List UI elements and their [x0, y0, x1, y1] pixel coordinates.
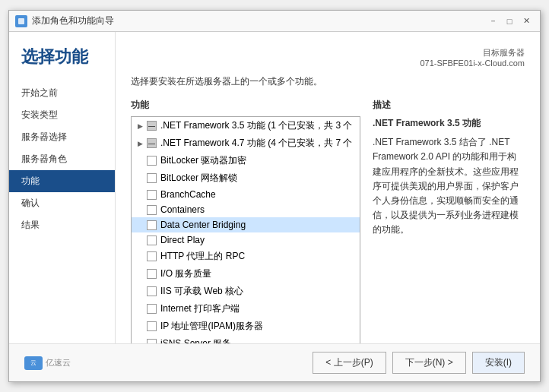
feature-item-12[interactable]: IP 地址管理(IPAM)服务器	[132, 318, 360, 335]
description-box: .NET Framework 3.5 功能 .NET Framework 3.5…	[373, 116, 525, 238]
feature-item-4[interactable]: BranchCache	[132, 187, 360, 202]
feature-label-5: Containers	[160, 204, 205, 215]
feature-label-6: Data Center Bridging	[160, 220, 246, 230]
feature-label-0: .NET Framework 3.5 功能 (1 个已安装，共 3 个	[160, 119, 353, 132]
content-area: 选择功能 开始之前安装类型服务器选择服务器角色功能确认结果 目标服务器 071-…	[9, 32, 540, 343]
spacer-9	[135, 269, 145, 280]
app-icon	[15, 15, 27, 27]
checkbox-10[interactable]	[147, 286, 157, 296]
features-column: 功能 ▶—.NET Framework 3.5 功能 (1 个已安装，共 3 个…	[131, 99, 360, 343]
description-text: .NET Framework 3.5 结合了 .NET Framework 2.…	[373, 135, 525, 237]
spacer-7	[135, 235, 145, 245]
checkbox-2[interactable]	[147, 156, 157, 166]
feature-item-8[interactable]: HTTP 代理上的 RPC	[132, 248, 360, 265]
feature-label-9: I/O 服务质量	[160, 267, 211, 280]
sidebar-item-3[interactable]: 服务器角色	[9, 148, 115, 170]
sidebar-item-0[interactable]: 开始之前	[9, 82, 115, 104]
sidebar-item-2[interactable]: 服务器选择	[9, 126, 115, 148]
spacer-11	[135, 304, 145, 315]
feature-item-2[interactable]: BitLocker 驱动器加密	[132, 152, 360, 169]
description-title: .NET Framework 3.5 功能	[373, 116, 525, 131]
back-button[interactable]: < 上一步(P)	[313, 352, 386, 374]
features-list[interactable]: ▶—.NET Framework 3.5 功能 (1 个已安装，共 3 个▶—.…	[131, 116, 360, 343]
close-button[interactable]: ✕	[519, 14, 534, 28]
titlebar-controls: － □ ✕	[485, 14, 534, 28]
expand-icon-1[interactable]: ▶	[135, 138, 145, 149]
spacer-5	[135, 204, 145, 215]
footer: 云 亿速云 < 上一步(P) 下一步(N) > 安装(I)	[9, 343, 540, 381]
two-column-layout: 功能 ▶—.NET Framework 3.5 功能 (1 个已安装，共 3 个…	[131, 99, 525, 343]
spacer-2	[135, 156, 145, 166]
feature-item-11[interactable]: Internet 打印客户端	[132, 300, 360, 318]
checkbox-7[interactable]	[147, 236, 157, 245]
feature-label-12: IP 地址管理(IPAM)服务器	[160, 320, 263, 333]
feature-label-11: Internet 打印客户端	[160, 302, 240, 315]
section-description: 选择要安装在所选服务器上的一个或多个功能。	[131, 75, 525, 88]
minimize-button[interactable]: －	[485, 14, 500, 28]
titlebar-left: 添加角色和功能向导	[15, 14, 114, 27]
expand-icon-0[interactable]: ▶	[135, 121, 145, 131]
checkbox-5[interactable]	[147, 205, 157, 215]
checkbox-11[interactable]	[147, 304, 157, 314]
checkbox-9[interactable]	[147, 269, 157, 279]
checkbox-8[interactable]	[147, 251, 157, 261]
description-label: 描述	[373, 99, 525, 112]
feature-label-1: .NET Framework 4.7 功能 (4 个已安装，共 7 个	[160, 137, 353, 150]
checkbox-0[interactable]: —	[147, 121, 157, 131]
sidebar-heading: 选择功能	[9, 47, 115, 82]
sidebar-item-4[interactable]: 功能	[9, 170, 115, 192]
titlebar: 添加角色和功能向导 － □ ✕	[9, 11, 540, 32]
next-button[interactable]: 下一步(N) >	[392, 352, 466, 374]
footer-buttons: < 上一步(P) 下一步(N) > 安装(I)	[313, 352, 525, 374]
feature-item-13[interactable]: iSNS Server 服务	[132, 335, 360, 343]
spacer-10	[135, 286, 145, 297]
main-window: 添加角色和功能向导 － □ ✕ 选择功能 开始之前安装类型服务器选择服务器角色功…	[8, 10, 541, 382]
maximize-button[interactable]: □	[502, 14, 517, 28]
feature-label-8: HTTP 代理上的 RPC	[160, 250, 245, 263]
feature-item-6[interactable]: Data Center Bridging	[132, 217, 360, 232]
feature-label-3: BitLocker 网络解锁	[160, 172, 237, 185]
feature-label-7: Direct Play	[160, 235, 205, 245]
svg-rect-0	[18, 18, 24, 24]
feature-label-2: BitLocker 驱动器加密	[160, 154, 246, 167]
checkbox-12[interactable]	[147, 321, 157, 331]
install-button[interactable]: 安装(I)	[472, 352, 525, 374]
feature-item-5[interactable]: Containers	[132, 202, 360, 217]
spacer-4	[135, 189, 145, 200]
description-column: 描述 .NET Framework 3.5 功能 .NET Framework …	[373, 99, 525, 343]
feature-item-9[interactable]: I/O 服务质量	[132, 265, 360, 283]
checkbox-6[interactable]	[147, 220, 157, 230]
feature-item-3[interactable]: BitLocker 网络解锁	[132, 169, 360, 187]
feature-item-7[interactable]: Direct Play	[132, 232, 360, 248]
feature-label-10: IIS 可承载 Web 核心	[160, 285, 243, 298]
window-title: 添加角色和功能向导	[32, 14, 114, 27]
target-server-name: 071-SFBFE01i-x-Cloud.com	[420, 58, 525, 68]
checkbox-1[interactable]: —	[147, 138, 157, 148]
sidebar-item-1[interactable]: 安装类型	[9, 104, 115, 126]
target-label: 目标服务器	[483, 48, 525, 57]
feature-item-0[interactable]: ▶—.NET Framework 3.5 功能 (1 个已安装，共 3 个	[132, 117, 360, 134]
sidebar-item-5[interactable]: 确认	[9, 192, 115, 214]
checkbox-3[interactable]	[147, 173, 157, 183]
main-content: 目标服务器 071-SFBFE01i-x-Cloud.com 选择要安装在所选服…	[116, 32, 540, 343]
feature-label-4: BranchCache	[160, 189, 216, 200]
cloud-logo-icon: 云	[24, 356, 43, 370]
sidebar-nav: 开始之前安装类型服务器选择服务器角色功能确认结果	[9, 82, 115, 236]
spacer-6	[135, 220, 145, 230]
spacer-3	[135, 173, 145, 184]
sidebar: 选择功能 开始之前安装类型服务器选择服务器角色功能确认结果	[9, 32, 116, 343]
sidebar-item-6[interactable]: 结果	[9, 214, 115, 236]
footer-logo: 云 亿速云	[24, 356, 71, 370]
feature-label-13: iSNS Server 服务	[160, 337, 231, 343]
feature-item-10[interactable]: IIS 可承载 Web 核心	[132, 283, 360, 300]
checkbox-4[interactable]	[147, 190, 157, 200]
spacer-8	[135, 251, 145, 262]
target-server-info: 目标服务器 071-SFBFE01i-x-Cloud.com	[131, 47, 525, 68]
spacer-12	[135, 321, 145, 332]
features-label: 功能	[131, 99, 360, 112]
logo-text: 亿速云	[46, 357, 71, 368]
feature-item-1[interactable]: ▶—.NET Framework 4.7 功能 (4 个已安装，共 7 个	[132, 134, 360, 152]
